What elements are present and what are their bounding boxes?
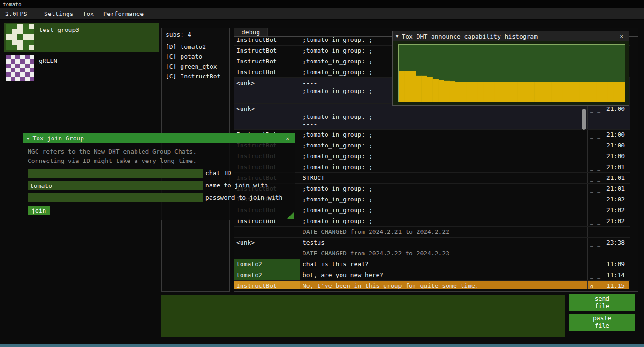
dht-histogram-plot[interactable] [398, 44, 625, 102]
join-button[interactable]: join [28, 206, 50, 215]
timestamp: 11:15 [604, 281, 629, 289]
resize-grip[interactable] [287, 212, 294, 219]
message-text: ;tomato_in_group: ; [300, 151, 588, 162]
sender-name: <unk> [234, 104, 300, 129]
join-group-title-bar[interactable]: ▼ Tox join Group ✕ [23, 133, 295, 143]
group-list: test_group3gREEN [4, 23, 159, 85]
send-file-label: send [569, 295, 635, 302]
avatar-cell [17, 24, 23, 29]
avatar-cell [15, 77, 20, 81]
dht-histogram-title: Tox DHT announce capability histogram [402, 33, 538, 40]
window-title: tomato [3, 1, 22, 8]
tab-debug[interactable]: debug [234, 28, 268, 36]
avatar-cell [20, 68, 25, 72]
join-name-field-row: name to join with [28, 181, 290, 190]
menu-item-settings[interactable]: Settings [39, 9, 78, 18]
avatar-cell [17, 45, 23, 50]
paste-file-button[interactable]: pastefile [569, 314, 635, 331]
avatar-cell [25, 64, 30, 68]
message-text: chat is this real? [300, 259, 588, 270]
message-text: ;tomato_in_group: ; [300, 205, 588, 216]
dht-histogram-title-bar[interactable]: ▼ Tox DHT announce capability histogram … [393, 31, 629, 41]
message-text: ---- ;tomato_in_group: ; ---- [300, 104, 588, 129]
message-input[interactable] [161, 295, 565, 337]
collapse-arrow-icon[interactable]: ▼ [27, 133, 29, 144]
histogram-bar [404, 71, 410, 102]
join-name-input[interactable] [28, 181, 203, 190]
chat-id-input[interactable] [28, 169, 203, 178]
timestamp: 21:01 [604, 184, 629, 194]
date-separator-row: DATE CHANGED from 2024.2.22 to 2024.2.23 [234, 248, 630, 259]
histogram-bar [574, 82, 580, 102]
dht-histogram-body [393, 41, 629, 105]
avatar-cell [20, 64, 25, 68]
avatar-cell [30, 55, 34, 59]
group-avatar [6, 24, 34, 50]
sender-name: InstructBot [234, 37, 300, 45]
delivery-flags: _ _ [588, 104, 604, 129]
avatar-cell [17, 40, 23, 45]
histogram-bar [580, 82, 586, 102]
histogram-bar [432, 79, 439, 102]
collapse-arrow-icon[interactable]: ▼ [396, 31, 398, 41]
join-group-window: ▼ Tox join Group ✕ NGC refers to the New… [23, 133, 295, 220]
avatar-cell [25, 59, 30, 63]
message-text: STRUCT [300, 173, 588, 183]
histogram-bar [608, 82, 614, 102]
group-list-item[interactable]: gREEN [4, 54, 159, 83]
chat-message-row: InstructBotNo, I've been in this group f… [234, 281, 630, 289]
avatar-cell [11, 59, 15, 63]
delivery-flags: _ _ [588, 140, 604, 151]
histogram-bar [517, 82, 523, 102]
group-list-item[interactable]: test_group3 [4, 23, 159, 52]
avatar-cell [25, 72, 30, 77]
avatar-cell [6, 55, 11, 59]
send-file-button[interactable]: sendfile [569, 294, 635, 311]
member-list-item[interactable]: [C] InstructBot [162, 71, 229, 81]
histogram-bar [461, 82, 467, 102]
join-password-input[interactable] [28, 193, 203, 202]
histogram-bar [534, 82, 540, 102]
timestamp: 21:00 [604, 151, 629, 162]
sender-name: tomato2 [234, 270, 300, 280]
close-icon[interactable]: ✕ [618, 33, 625, 39]
join-password-field-row: password to join with [28, 193, 290, 202]
avatar-cell [23, 40, 29, 45]
members-count-header: subs: 4 [162, 31, 229, 42]
avatar-cell [20, 59, 25, 63]
delivery-flags: _ _ [588, 130, 604, 140]
sender-name: InstructBot [234, 56, 300, 67]
member-list-item[interactable]: [D] tomato2 [162, 42, 229, 52]
menu-item-performance[interactable]: Performance [98, 9, 148, 18]
timestamp: 21:00 [604, 140, 629, 151]
message-text: ;tomato_in_group: ; [300, 130, 588, 140]
date-separator-row: DATE CHANGED from 2024.2.21 to 2024.2.22 [234, 227, 630, 238]
histogram-bar [540, 82, 546, 102]
chat-scrollbar-thumb[interactable] [582, 109, 586, 130]
chat-message-row: tomato2chat is this real?_ _11:09 [234, 259, 630, 270]
avatar-cell [6, 72, 11, 77]
avatar-cell [11, 72, 15, 77]
group-name-label: gREEN [39, 55, 57, 81]
message-text: ;tomato_in_group: ; [300, 162, 588, 172]
member-list: [D] tomato2[C] potato[C] green_qtox[C] I… [162, 42, 229, 81]
histogram-bar [399, 71, 405, 102]
member-list-item[interactable]: [C] green_qtox [162, 62, 229, 71]
histogram-bar [495, 82, 501, 102]
chat-message-row: tomato2bot, are you new here?_ _11:14 [234, 270, 630, 281]
timestamp: 21:00 [604, 104, 629, 129]
avatar-cell [15, 68, 20, 72]
avatar-cell [25, 68, 30, 72]
join-description-line: Connecting via ID might take a very long… [28, 156, 290, 166]
menu-item-tox[interactable]: Tox [78, 9, 98, 18]
histogram-bar [562, 82, 568, 102]
histogram-bar [619, 82, 625, 102]
close-icon[interactable]: ✕ [284, 135, 291, 142]
avatar-cell [12, 34, 17, 39]
app-window: tomato 2.0FPS SettingsToxPerformance tes… [0, 0, 644, 347]
sender-name: InstructBot [234, 67, 300, 77]
delivery-flags: _ _ [588, 238, 604, 248]
member-list-item[interactable]: [C] potato [162, 52, 229, 62]
chat-id-field-row: chat ID [28, 169, 290, 178]
histogram-bar [449, 81, 455, 102]
